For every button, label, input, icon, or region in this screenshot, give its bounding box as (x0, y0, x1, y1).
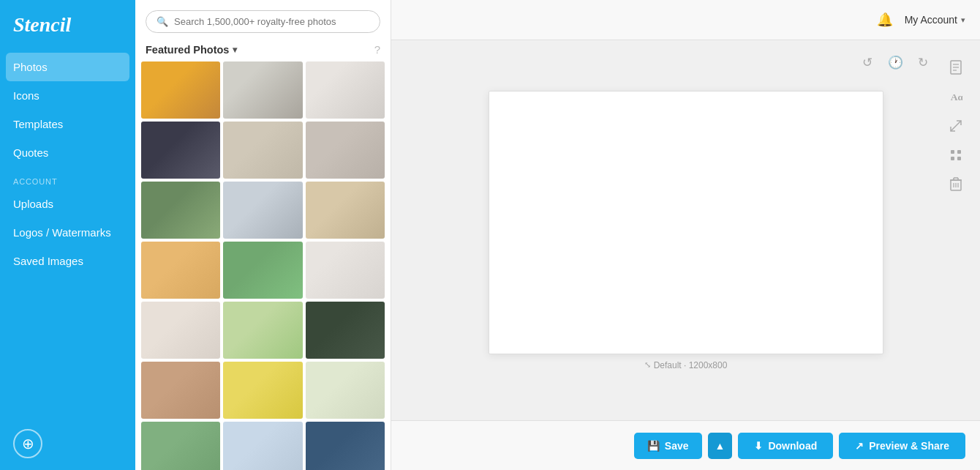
sidebar-item-uploads[interactable]: Uploads (0, 190, 135, 218)
help-button[interactable]: ⊕ (13, 429, 42, 458)
featured-chevron-icon: ▾ (233, 45, 237, 55)
svg-rect-9 (957, 157, 961, 160)
photo-thumb[interactable] (306, 242, 385, 299)
photo-thumb[interactable] (223, 61, 302, 119)
preview-share-label: Preview & Share (869, 440, 949, 452)
photo-row (141, 182, 385, 239)
sidebar-item-logos[interactable]: Logos / Watermarks (0, 218, 135, 247)
search-icon: 🔍 (157, 16, 168, 27)
logo-area: Stencil (0, 0, 135, 53)
canvas-size-label: ⤡ Default · 1200x800 (644, 360, 728, 370)
top-bar-right: 🔔 My Account ▾ (877, 12, 965, 28)
canvas-size-text: Default · 1200x800 (654, 360, 728, 370)
photo-thumb[interactable] (141, 122, 220, 179)
photo-thumb[interactable] (223, 242, 302, 299)
photo-thumb[interactable] (306, 122, 385, 179)
sidebar-item-quotes[interactable]: Quotes (0, 138, 135, 167)
main-area: 🔔 My Account ▾ ↺ 🕐 ↻ (391, 0, 980, 470)
photo-thumb[interactable] (141, 182, 220, 239)
undo-button[interactable]: ↺ (856, 51, 879, 74)
save-button[interactable]: 💾 Save (634, 433, 702, 459)
featured-header: Featured Photos ▾ ? (135, 40, 391, 61)
photo-thumb[interactable] (223, 122, 302, 179)
featured-photos-dropdown[interactable]: Featured Photos ▾ (146, 44, 237, 56)
account-section-label: ACCOUNT (0, 167, 135, 190)
save-label: Save (665, 440, 689, 452)
photo-row (141, 302, 385, 359)
download-label: Download (768, 440, 817, 452)
search-bar: 🔍 (135, 0, 391, 40)
download-icon: ⬇ (754, 440, 763, 452)
photo-thumb[interactable] (141, 422, 220, 470)
svg-text:Aα: Aα (951, 92, 962, 102)
sidebar-bottom: ⊕ (0, 417, 135, 470)
photo-row (141, 362, 385, 419)
share-icon: ↗ (855, 440, 864, 452)
bottom-bar: 💾 Save ▲ ⬇ Download ↗ Preview & Share (391, 420, 980, 470)
canvas-tools: Aα (943, 55, 968, 197)
photo-row (141, 422, 385, 470)
notification-bell-icon[interactable]: 🔔 (877, 12, 893, 28)
save-caret-button[interactable]: ▲ (708, 433, 733, 459)
photo-grid (135, 61, 391, 470)
svg-rect-6 (951, 150, 954, 154)
photo-thumb[interactable] (223, 182, 302, 239)
top-bar: 🔔 My Account ▾ (391, 0, 980, 40)
photo-thumb[interactable] (141, 362, 220, 419)
resize-tool-button[interactable] (943, 113, 968, 138)
photo-row (141, 242, 385, 299)
app-logo: Stencil (13, 13, 71, 36)
sidebar-item-icons[interactable]: Icons (0, 81, 135, 110)
search-input[interactable] (174, 16, 369, 27)
page-tool-button[interactable] (943, 55, 968, 80)
save-caret-icon: ▲ (715, 440, 725, 452)
photo-thumb[interactable] (306, 362, 385, 419)
account-chevron-icon: ▾ (961, 15, 965, 25)
sidebar: Stencil Photos Icons Templates Quotes AC… (0, 0, 135, 470)
help-icon: ⊕ (22, 435, 34, 452)
delete-tool-button[interactable] (943, 172, 968, 197)
canvas-top-bar: ↺ 🕐 ↻ (856, 51, 935, 74)
photo-thumb[interactable] (223, 362, 302, 419)
photo-row (141, 61, 385, 119)
search-wrap[interactable]: 🔍 (146, 10, 380, 33)
account-label: My Account (905, 14, 957, 26)
photo-thumb[interactable] (306, 61, 385, 119)
featured-help-icon[interactable]: ? (374, 43, 380, 56)
svg-line-5 (951, 121, 961, 131)
text-tool-button[interactable]: Aα (943, 84, 968, 109)
svg-rect-7 (957, 150, 961, 154)
middle-panel: 🔍 Featured Photos ▾ ? (135, 0, 391, 470)
canvas-area: ↺ 🕐 ↻ Aα (391, 40, 980, 420)
canvas-box (489, 91, 883, 354)
canvas-resize-icon: ⤡ (644, 360, 651, 370)
save-icon: 💾 (647, 440, 660, 452)
photo-row (141, 122, 385, 179)
photo-thumb[interactable] (141, 302, 220, 359)
photo-thumb[interactable] (306, 182, 385, 239)
photo-thumb[interactable] (141, 61, 220, 119)
preview-share-button[interactable]: ↗ Preview & Share (839, 433, 965, 459)
redo-button[interactable]: ↻ (911, 51, 935, 74)
photo-thumb[interactable] (306, 422, 385, 470)
photo-thumb[interactable] (223, 302, 302, 359)
photo-thumb[interactable] (306, 302, 385, 359)
download-button[interactable]: ⬇ Download (738, 433, 833, 459)
nav-section: Photos Icons Templates Quotes ACCOUNT Up… (0, 53, 135, 417)
sidebar-item-templates[interactable]: Templates (0, 110, 135, 138)
grid-tool-button[interactable] (943, 143, 968, 168)
svg-rect-8 (951, 157, 954, 160)
sidebar-item-photos[interactable]: Photos (6, 53, 129, 81)
history-button[interactable]: 🕐 (883, 51, 907, 74)
featured-title-label: Featured Photos (146, 44, 229, 56)
photo-thumb[interactable] (141, 242, 220, 299)
sidebar-item-saved[interactable]: Saved Images (0, 247, 135, 275)
account-button[interactable]: My Account ▾ (905, 14, 965, 26)
photo-thumb[interactable] (223, 422, 302, 470)
